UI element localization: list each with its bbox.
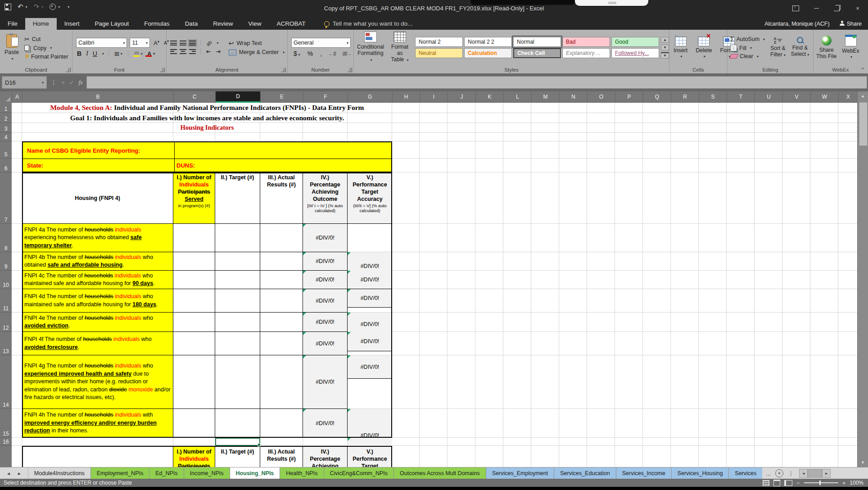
dialog-launcher-icon[interactable]: [160, 68, 165, 72]
indicator-text-cell[interactable]: FNPI 4a The number of households individ…: [22, 224, 173, 252]
number-served-cell[interactable]: [173, 252, 215, 271]
zoom-slider-knob[interactable]: [819, 481, 821, 485]
tell-me-box[interactable]: Tell me what you want to do...: [324, 20, 413, 30]
row-header-15[interactable]: 15: [0, 409, 12, 438]
row-header-2[interactable]: 2: [0, 113, 12, 123]
indicator-text-cell[interactable]: FNPI 4h The number of households individ…: [22, 409, 173, 438]
target-cell[interactable]: [215, 355, 260, 409]
collapse-ribbon-button[interactable]: ^: [862, 67, 864, 72]
horizontal-scrollbar[interactable]: ◄ ►: [799, 469, 831, 478]
style-calculation[interactable]: Calculation: [464, 48, 512, 58]
active-cell-selection[interactable]: [215, 438, 260, 446]
header-actual-results[interactable]: III.) ActualResults (#): [260, 172, 303, 224]
sheet-tab-services[interactable]: Services: [729, 467, 762, 479]
column-header-B[interactable]: B: [23, 91, 174, 103]
hscroll-left-button[interactable]: ◄: [799, 469, 808, 478]
sheet-tab-housing-npis[interactable]: Housing_NPIs: [230, 467, 280, 479]
ribbon-tab-acrobat[interactable]: ACROBAT: [269, 18, 313, 30]
align-middle-button[interactable]: [180, 41, 186, 45]
customize-qat-button[interactable]: ▾: [66, 5, 69, 9]
format-painter-button[interactable]: Format Painter: [24, 54, 68, 60]
ribbon-tab-file[interactable]: File: [0, 18, 25, 30]
percentage-achieving-cell[interactable]: #DIV/0!: [303, 332, 348, 355]
style-followed-hy-[interactable]: Followed Hy...: [611, 48, 659, 58]
actual-results-cell[interactable]: [260, 313, 303, 332]
orientation-button[interactable]: ab: [204, 39, 213, 48]
percentage-achieving-cell[interactable]: #DIV/0!: [303, 271, 348, 289]
dialog-launcher-icon[interactable]: [281, 68, 286, 72]
fill-color-button[interactable]: ▾: [133, 50, 144, 57]
indicator-text-cell[interactable]: FNPI 4d The number of households individ…: [22, 289, 173, 313]
column-header-H[interactable]: H: [393, 91, 420, 103]
select-all-button[interactable]: [0, 91, 12, 103]
row-header-1[interactable]: 1: [0, 103, 12, 113]
percentage-achieving-cell[interactable]: #DIV/0!: [303, 355, 348, 409]
save-button[interactable]: [5, 4, 11, 10]
align-left-button[interactable]: [170, 49, 177, 54]
merge-center-button[interactable]: ↔ Merge & Center ▾: [229, 49, 285, 55]
column-header-I[interactable]: I: [420, 91, 448, 103]
sheet-tab-outcomes-across-mult-domains[interactable]: Outcomes Across Mult Domains: [394, 467, 486, 479]
column-header-L[interactable]: L: [504, 91, 532, 103]
font-size-combo[interactable]: 11▾: [130, 38, 149, 48]
accounting-format-button[interactable]: $▾: [291, 50, 303, 57]
row-header-8[interactable]: 8: [0, 224, 12, 252]
percentage-achieving-cell[interactable]: #DIV/0!: [303, 252, 348, 271]
percentage-achieving-cell[interactable]: #DIV/0!: [303, 313, 348, 332]
header-target[interactable]: II.) Target (#): [215, 447, 260, 467]
column-header-M[interactable]: M: [532, 91, 560, 103]
target-cell[interactable]: [215, 409, 260, 438]
zoom-out-button[interactable]: −: [796, 480, 800, 486]
style-good[interactable]: Good: [611, 37, 659, 47]
row-header-7[interactable]: 7: [0, 172, 12, 224]
font-name-combo[interactable]: Calibri▾: [76, 38, 127, 48]
actual-results-cell[interactable]: [260, 252, 303, 271]
sheet-tab-employment-npis[interactable]: Employment_NPIs: [91, 467, 150, 479]
header-percentage-achieving[interactable]: IV.)PercentageAchievingOutcome[III/ I = …: [303, 172, 348, 224]
header-target[interactable]: II.) Target (#): [215, 172, 260, 224]
chevron-down-icon[interactable]: ▾: [58, 5, 60, 9]
dialog-launcher-icon[interactable]: [66, 68, 71, 72]
new-sheet-button[interactable]: +: [775, 469, 783, 477]
font-color-button[interactable]: A▾: [146, 50, 156, 57]
column-header-X[interactable]: X: [839, 91, 858, 103]
conditional-formatting-button[interactable]: Conditional Formatting ▾: [354, 30, 387, 65]
column-header-K[interactable]: K: [476, 91, 504, 103]
format-as-table-button[interactable]: Format as Table ▾: [387, 30, 412, 65]
sheet-tab-health-npis[interactable]: Health_NPIs: [280, 467, 324, 479]
target-cell[interactable]: [215, 289, 260, 313]
insert-function-button[interactable]: fx: [79, 79, 83, 86]
target-cell[interactable]: [215, 271, 260, 289]
sheet-tab-services-housing[interactable]: Services_Housing: [672, 467, 729, 479]
header-percentage-achieving[interactable]: IV.)PercentageAchievingOutcome[III/ I = …: [303, 447, 348, 467]
dialog-launcher-icon[interactable]: [348, 68, 352, 72]
fill-button[interactable]: ↓Fill▾: [730, 45, 765, 51]
table-header-row[interactable]: Housing (FNPI 4)I.) Number ofIndividuals…: [22, 172, 392, 224]
ribbon-tab-review[interactable]: Review: [205, 18, 240, 30]
cut-button[interactable]: ✂Cut: [24, 36, 68, 43]
ribbon-display-options-button[interactable]: [785, 0, 806, 17]
target-cell[interactable]: [215, 252, 260, 271]
column-header-E[interactable]: E: [261, 91, 303, 103]
ribbon-tab-home[interactable]: Home: [25, 18, 57, 30]
name-box[interactable]: D16▾: [2, 76, 47, 89]
gallery-up-button[interactable]: ▲: [661, 37, 669, 43]
tabbar-dots-icon[interactable]: ⋮: [788, 470, 794, 477]
column-header-F[interactable]: F: [303, 91, 348, 103]
find-select-button[interactable]: Find & Select▾: [788, 30, 812, 65]
row-header-10[interactable]: 10: [0, 271, 12, 289]
row-header-11[interactable]: 11: [0, 289, 12, 313]
comma-style-button[interactable]: ,: [318, 50, 324, 57]
column-header-P[interactable]: P: [615, 91, 643, 103]
zoom-in-button[interactable]: +: [842, 480, 846, 486]
target-cell[interactable]: [215, 224, 260, 252]
indicator-text-cell[interactable]: FNPI 4f The number of households individ…: [22, 332, 173, 355]
number-format-combo[interactable]: General▾: [291, 38, 351, 48]
row-header-12[interactable]: 12: [0, 313, 12, 332]
clear-button[interactable]: Clear▾: [730, 53, 765, 59]
increase-indent-button[interactable]: ⇥: [215, 48, 222, 55]
style-neutral[interactable]: Neutral: [415, 48, 463, 58]
cancel-entry-button[interactable]: ×: [61, 79, 65, 86]
header-number-served[interactable]: I.) Number ofIndividualsParticipantsServ…: [173, 447, 215, 467]
webex-button[interactable]: WebEx ▾: [839, 30, 862, 65]
